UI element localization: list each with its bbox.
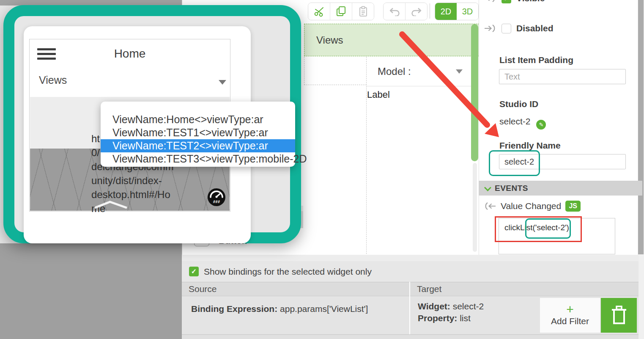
value-changed-label: Value Changed <box>501 201 561 211</box>
dropdown-option[interactable]: ViewName:Home<>viewType:ar <box>101 113 295 126</box>
scissors-icon <box>314 6 325 17</box>
show-bindings-label: Show bindings for the selected widget on… <box>204 267 372 277</box>
property-label: Property: <box>418 313 457 323</box>
disabled-property-row: Disabled <box>484 23 554 33</box>
friendly-name-input[interactable] <box>499 154 626 169</box>
properties-scrollbar-thumb[interactable] <box>638 0 644 254</box>
history-toolbar <box>383 3 428 20</box>
gauge-label: ### <box>213 200 220 204</box>
binding-expression-label: Binding Expression: <box>191 304 277 314</box>
copy-icon <box>336 6 347 17</box>
undo-icon <box>388 7 401 16</box>
plus-icon: + <box>566 304 574 314</box>
chevron-down-icon <box>484 184 491 191</box>
add-filter-button[interactable]: + Add Filter <box>540 298 600 333</box>
bindings-panel-bottom-strip <box>182 334 639 339</box>
source-column-header: Source <box>182 282 409 296</box>
js-badge[interactable]: JS <box>565 201 581 212</box>
undo-button[interactable] <box>384 3 405 20</box>
visible-property-row: ✓ Visible <box>484 0 545 3</box>
canvas-label-widget[interactable]: Label <box>367 89 390 100</box>
bind-target-icon <box>484 0 496 3</box>
view-mode-toggle: 2D 3D <box>435 3 479 20</box>
target-column-header: Target <box>410 282 639 296</box>
dropdown-option[interactable]: ViewName:TEST3<>viewType:mobile-2D <box>101 152 295 165</box>
bindings-panel-top-strip <box>182 255 639 261</box>
edit-pencil-icon[interactable]: ✎ <box>536 120 546 130</box>
canvas-scrollbar-track[interactable] <box>473 163 477 252</box>
dropdown-option-selected[interactable]: ViewName:TEST2<>viewType:ar <box>101 139 295 152</box>
studio-app-window: INPUT + Button <box>0 0 644 339</box>
redo-icon <box>410 7 423 16</box>
bottom-left-background <box>0 243 182 339</box>
add-filter-label: Add Filter <box>551 316 589 326</box>
show-bindings-checkbox[interactable]: ✓ <box>189 267 199 276</box>
scene-peak-shape <box>94 200 128 209</box>
canvas-empty-cell[interactable] <box>304 57 367 85</box>
canvas-scrollbar-thumb[interactable] <box>471 24 478 161</box>
disabled-checkbox[interactable] <box>501 24 511 33</box>
phone-views-select[interactable]: Views <box>39 74 67 86</box>
studio-id-value: select-2 <box>499 116 531 126</box>
model-select-label: Model : <box>378 66 411 77</box>
canvas-select-widget[interactable]: Model : <box>367 57 471 86</box>
preview-callout-overlay: Home Views ht 0/ delchangeolcomm unity/d… <box>3 5 301 243</box>
views-dropdown-popup: ViewName:Home<>viewType:ar ViewName:TEST… <box>101 102 295 167</box>
right-edge-strip <box>639 255 644 339</box>
list-item-padding-input[interactable] <box>499 69 626 84</box>
list-item-padding-label: List Item Padding <box>499 55 573 65</box>
copy-button[interactable] <box>330 3 352 20</box>
binding-target-cell[interactable]: Widget: select-2 Property: list + Add Fi… <box>410 296 639 334</box>
binding-source-cell[interactable]: Binding Expression: app.params['ViewList… <box>182 296 409 334</box>
mode-2d-button[interactable]: 2D <box>435 3 457 20</box>
toolbar-divider <box>430 3 430 19</box>
property-value: list <box>457 313 471 323</box>
studio-id-row: select-2 ✎ <box>499 116 546 130</box>
views-header-label: Views <box>316 34 343 46</box>
paste-button[interactable] <box>352 3 374 20</box>
chevron-down-icon <box>456 69 463 74</box>
bind-target-icon <box>484 24 496 33</box>
widget-value: select-2 <box>450 301 484 311</box>
event-code-editor[interactable]: clickList('select-2'); <box>499 218 615 254</box>
paste-icon <box>358 6 369 17</box>
widget-label: Widget: <box>418 301 450 311</box>
studio-id-label: Studio ID <box>499 99 538 109</box>
bind-source-icon <box>484 202 496 210</box>
canvas-views-header-widget[interactable]: Views <box>304 24 479 56</box>
gauge-icon: ### <box>207 188 226 207</box>
visible-checkbox[interactable]: ✓ <box>501 0 511 3</box>
dropdown-option[interactable]: ViewName:TEST1<>viewType:ar <box>101 126 295 139</box>
binding-expression: Binding Expression: app.params['ViewList… <box>191 304 368 314</box>
disabled-label: Disabled <box>516 23 554 33</box>
clipboard-toolbar <box>308 3 374 20</box>
phone-page-title: Home <box>30 47 230 61</box>
cut-button[interactable] <box>308 3 330 20</box>
target-property-line: Property: list <box>418 313 471 323</box>
show-bindings-row: ✓ Show bindings for the selected widget … <box>182 261 639 282</box>
target-widget-line: Widget: select-2 <box>418 301 484 311</box>
redo-button[interactable] <box>405 3 427 20</box>
value-changed-row: Value Changed JS <box>484 201 581 212</box>
events-section-header[interactable]: EVENTS <box>479 181 642 196</box>
friendly-name-label: Friendly Name <box>499 141 561 151</box>
url-line: unity/dist/index- <box>91 174 231 187</box>
delete-binding-button[interactable] <box>601 298 637 333</box>
chevron-down-icon <box>219 80 226 85</box>
trash-icon <box>610 306 628 325</box>
binding-expression-value: app.params['ViewList'] <box>277 304 368 314</box>
visible-label: Visible <box>516 0 545 3</box>
events-header-label: EVENTS <box>495 184 528 193</box>
mode-3d-button[interactable]: 3D <box>457 3 478 20</box>
